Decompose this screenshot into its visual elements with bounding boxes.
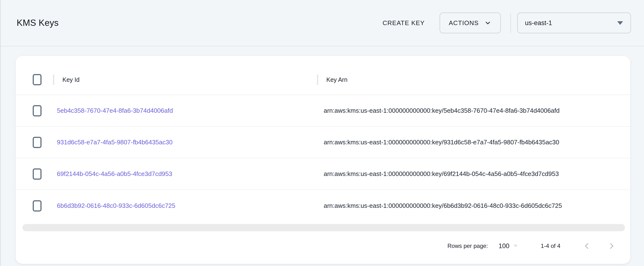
key-id-link[interactable]: 6b6d3b92-0616-48c0-933c-6d605dc6c725 — [57, 202, 176, 209]
rows-per-page-label: Rows per page: — [447, 243, 488, 249]
row-checkbox[interactable] — [32, 137, 42, 148]
table-row: 69f2144b-054c-4a56-a0b5-4fce3d7cd953 arn… — [16, 158, 630, 190]
row-checkbox-cell — [32, 168, 53, 180]
key-id-cell: 931d6c58-e7a7-4fa5-9807-fb4b6435ac30 — [53, 139, 317, 146]
page-header: KMS Keys CREATE KEY ACTIONS us-east-1 — [1, 0, 644, 46]
select-all-cell — [32, 74, 53, 85]
column-header-label: Key Id — [62, 76, 80, 83]
column-header-label: Key Arn — [326, 76, 348, 83]
key-arn-cell: arn:aws:kms:us-east-1:000000000000:key/9… — [317, 139, 630, 146]
header-controls: CREATE KEY ACTIONS us-east-1 — [377, 13, 631, 33]
create-key-button[interactable]: CREATE KEY — [377, 15, 430, 31]
region-select[interactable]: us-east-1 — [517, 13, 631, 33]
row-checkbox-cell — [32, 137, 53, 148]
row-checkbox[interactable] — [32, 105, 42, 116]
select-all-checkbox[interactable] — [32, 74, 42, 85]
column-header-key-id[interactable]: Key Id — [53, 74, 317, 85]
kms-keys-table-card: Key Id Key Arn 5eb4c358-7670-47e4-8fa6-3… — [16, 56, 630, 264]
chevron-down-icon — [484, 19, 492, 27]
table-header-row: Key Id Key Arn — [16, 65, 630, 95]
key-id-link[interactable]: 69f2144b-054c-4a56-a0b5-4fce3d7cd953 — [57, 170, 172, 177]
key-id-link[interactable]: 5eb4c358-7670-47e4-8fa6-3b74d4006afd — [57, 107, 173, 114]
key-arn-cell: arn:aws:kms:us-east-1:000000000000:key/6… — [317, 170, 630, 178]
row-checkbox-cell — [32, 200, 53, 212]
chevron-right-icon[interactable] — [607, 242, 616, 250]
page-title: KMS Keys — [17, 18, 58, 28]
row-checkbox-cell — [32, 105, 53, 116]
row-checkbox[interactable] — [32, 200, 42, 212]
horizontal-scrollbar-thumb[interactable] — [22, 224, 625, 231]
key-id-cell: 69f2144b-054c-4a56-a0b5-4fce3d7cd953 — [53, 170, 317, 178]
table-row: 931d6c58-e7a7-4fa5-9807-fb4b6435ac30 arn… — [16, 127, 630, 158]
table-row: 6b6d3b92-0616-48c0-933c-6d605dc6c725 arn… — [16, 190, 630, 222]
table-row: 5eb4c358-7670-47e4-8fa6-3b74d4006afd arn… — [16, 95, 630, 127]
pagination-range-label: 1-4 of 4 — [541, 243, 560, 249]
key-arn-cell: arn:aws:kms:us-east-1:000000000000:key/5… — [317, 107, 630, 114]
column-resize-handle[interactable] — [317, 74, 318, 85]
horizontal-scrollbar-track — [22, 224, 625, 231]
actions-button[interactable]: ACTIONS — [440, 13, 501, 33]
triangle-down-icon — [617, 21, 623, 25]
key-id-link[interactable]: 931d6c58-e7a7-4fa5-9807-fb4b6435ac30 — [57, 139, 172, 146]
key-id-cell: 6b6d3b92-0616-48c0-933c-6d605dc6c725 — [53, 202, 317, 209]
column-header-key-arn[interactable]: Key Arn — [317, 74, 630, 85]
pagination-bar: Rows per page: 100 1-4 of 4 — [16, 238, 630, 254]
region-select-value: us-east-1 — [525, 19, 552, 27]
triangle-down-icon[interactable] — [513, 244, 518, 247]
key-id-cell: 5eb4c358-7670-47e4-8fa6-3b74d4006afd — [53, 107, 317, 114]
header-divider — [510, 13, 511, 33]
rows-per-page-select[interactable]: 100 — [499, 242, 510, 250]
row-checkbox[interactable] — [32, 168, 42, 180]
actions-button-label: ACTIONS — [449, 19, 479, 27]
key-arn-cell: arn:aws:kms:us-east-1:000000000000:key/6… — [317, 202, 630, 209]
column-resize-handle[interactable] — [53, 74, 54, 85]
chevron-left-icon[interactable] — [582, 242, 591, 250]
